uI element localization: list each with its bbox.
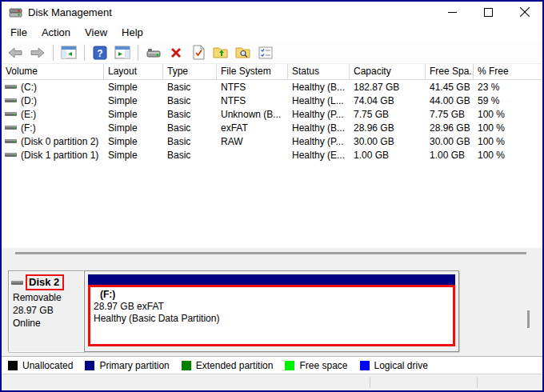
column-header-capacity[interactable]: Capacity [350,64,426,80]
table-row[interactable]: (Disk 1 partition 1) Simple Basic Health… [2,148,542,162]
toolbar-separator [84,45,85,61]
free-space-swatch [285,361,294,370]
cell-capacity: 1.00 GB [350,150,426,161]
table-row[interactable]: (F:) Simple Basic exFAT Healthy (B... 28… [2,121,542,134]
disk-graphical-pane: Disk 2 Removable 28.97 GB Online (F:) 28… [2,266,542,356]
menu-file[interactable]: File [3,24,34,41]
legend-bar: Unallocated Primary partition Extended p… [2,356,542,374]
menu-action[interactable]: Action [34,24,78,41]
pane-splitter[interactable] [2,248,542,266]
status-bar-divider [477,377,478,388]
delete-volume-button[interactable] [166,43,186,62]
menu-view[interactable]: View [78,24,114,41]
column-header-status[interactable]: Status [288,64,350,80]
cell-layout: Simple [104,150,163,161]
cell-volume: (Disk 0 partition 2) [21,136,98,147]
legend-label: Logical drive [374,360,428,371]
folder-up-icon [213,46,229,59]
mark-partition-button[interactable] [189,43,208,62]
cell-pct: 23 % [474,82,542,93]
primary-partition-bar [88,274,455,285]
cell-free: 7.75 GB [426,109,474,120]
legend-item-unallocated: Unallocated [8,360,73,371]
console-tree-button[interactable] [59,43,78,62]
cell-fs: Unknown (B... [217,109,288,120]
cell-free: 30.00 GB [426,136,474,147]
cell-type: Basic [163,150,217,161]
table-row[interactable]: (D:) Simple Basic NTFS Healthy (L... 74.… [2,94,542,107]
partition-block-f[interactable]: (F:) 28.97 GB exFAT Healthy (Basic Data … [84,270,459,352]
column-header-layout[interactable]: Layout [104,64,163,80]
status-bar-divider [370,377,370,388]
forward-button[interactable] [28,43,47,62]
table-row[interactable]: (C:) Simple Basic NTFS Healthy (B... 182… [2,80,542,94]
vertical-scrollbar[interactable] [527,310,530,328]
cell-layout: Simple [104,122,163,134]
cell-pct: 59 % [474,95,542,106]
table-row[interactable]: (E:) Simple Basic Unknown (B... Healthy … [2,107,542,121]
cell-fs: RAW [217,136,288,147]
cell-status: Healthy (L... [288,95,350,106]
close-icon [520,7,530,17]
cell-pct: 100 % [474,150,542,161]
open-button[interactable] [211,43,230,62]
cell-layout: Simple [104,109,163,120]
legend-label: Primary partition [99,360,169,371]
svg-text:?: ? [97,47,102,58]
column-header-volume[interactable]: Volume [2,64,104,80]
disk-name: Disk 2 [29,276,59,288]
annotation-box-partition[interactable]: (F:) 28.97 GB exFAT Healthy (Basic Data … [88,285,455,346]
cell-capacity: 28.96 GB [350,122,426,134]
cell-capacity: 74.04 GB [350,95,426,106]
menu-help[interactable]: Help [114,24,150,41]
volume-icon [5,110,17,118]
column-header-file-system[interactable]: File System [217,64,288,80]
column-header-type[interactable]: Type [163,64,217,80]
legend-item-free-space: Free space [285,360,347,371]
volume-icon [5,138,17,145]
disk-device-button[interactable] [144,43,163,62]
cell-layout: Simple [104,82,163,93]
close-button[interactable] [506,2,542,22]
legend-label: Free space [299,360,347,371]
window-controls [434,2,542,22]
cell-capacity: 182.87 GB [350,82,426,93]
partition-size-fs: 28.97 GB exFAT [94,301,453,313]
explore-button[interactable] [234,43,253,62]
console-tree-icon [61,46,77,59]
properties-button[interactable] [256,43,275,62]
extended-partition-swatch [182,361,191,370]
window-title: Disk Management [28,6,112,18]
volume-icon [5,97,17,104]
cell-volume: (F:) [21,122,36,134]
legend-item-extended-partition: Extended partition [182,360,274,371]
delete-icon [169,46,183,60]
splitter-handle[interactable] [15,252,526,254]
cell-free: 28.96 GB [426,122,474,134]
back-button[interactable] [6,43,25,62]
column-header-free-space[interactable]: Free Spa... [426,64,474,80]
primary-partition-swatch [85,361,94,370]
cell-type: Basic [163,109,217,120]
toolbar-separator [138,45,138,61]
disk-management-window: Disk Management File Action View Help [0,0,544,392]
cell-capacity: 7.75 GB [350,109,426,120]
cell-status: Healthy (E... [288,150,350,161]
volume-icon [5,124,17,131]
maximize-button[interactable] [470,2,506,22]
cell-free: 1.00 GB [426,150,474,161]
table-row[interactable]: (Disk 0 partition 2) Simple Basic RAW He… [2,134,542,148]
legend-label: Extended partition [196,360,274,371]
app-icon [9,6,22,18]
menu-bar: File Action View Help [2,22,542,42]
minimize-button[interactable] [434,2,470,22]
check-document-icon [192,45,205,60]
annotation-box-disk2: Disk 2 [26,274,64,290]
action-pane-button[interactable] [113,43,132,62]
cell-fs: NTFS [217,95,288,106]
help-button[interactable]: ? [90,43,110,62]
partition-health: Healthy (Basic Data Partition) [94,313,453,325]
disk-2-header[interactable]: Disk 2 Removable 28.97 GB Online [8,270,84,352]
forward-icon [30,46,46,59]
column-header-pct-free[interactable]: % Free [474,64,542,80]
